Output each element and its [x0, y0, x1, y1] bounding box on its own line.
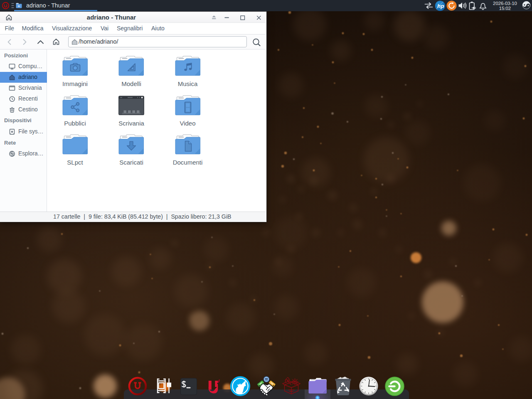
svg-text:hp: hp — [437, 3, 444, 9]
